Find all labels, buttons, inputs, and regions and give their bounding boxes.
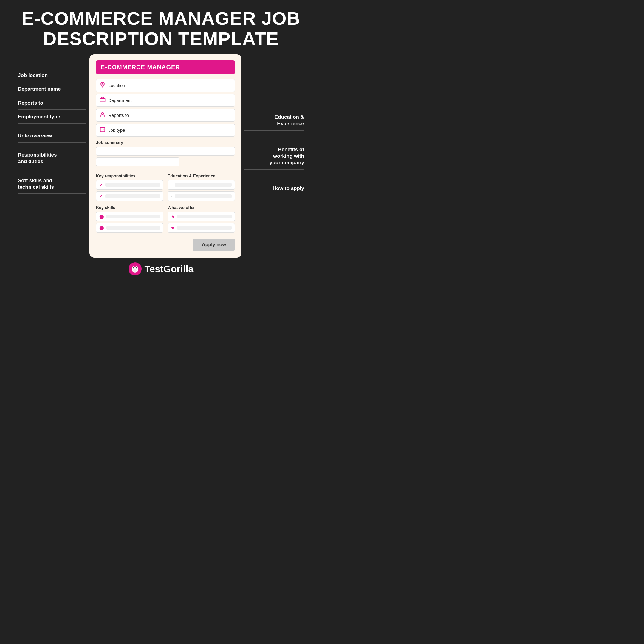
education-label: Education & Experience <box>168 174 235 178</box>
job-summary-label: Job summary <box>96 140 235 145</box>
star-icon-2: ★ <box>171 225 175 230</box>
info-row-department: Department <box>96 94 235 107</box>
gorilla-icon <box>129 262 142 275</box>
education-row-1: - <box>168 180 235 190</box>
form-card: E-COMMERCE MANAGER Location Department <box>89 54 241 258</box>
svg-point-18 <box>133 267 134 268</box>
dash-2: - <box>171 194 172 199</box>
svg-point-0 <box>102 83 103 85</box>
checkmark-icon-2: ✔ <box>99 194 103 199</box>
sidebar-item-skills: Soft skills andtechnical skills <box>18 174 86 194</box>
apply-now-button[interactable]: Apply now <box>193 239 235 251</box>
right-sidebar-item-education: Education &Experience <box>244 111 304 131</box>
footer: TestGorilla <box>0 258 322 275</box>
info-row-reports-to: Reports to <box>96 109 235 122</box>
right-label-how-to-apply: How to apply <box>273 185 304 191</box>
info-row-location: Location <box>96 79 235 92</box>
right-label-education: Education &Experience <box>275 114 304 126</box>
location-text: Location <box>108 83 125 88</box>
svg-point-2 <box>102 113 104 115</box>
two-col-section: Key responsibilities ✔ ✔ Key skills ⬤ ⬤ <box>96 170 235 234</box>
footer-brand-name: TestGorilla <box>145 264 194 275</box>
job-summary-bar-2 <box>96 157 179 166</box>
right-label-benefits: Benefits ofworking withyour company <box>270 147 304 165</box>
svg-point-19 <box>136 267 137 268</box>
right-sidebar-item-how-to-apply: How to apply <box>244 182 304 195</box>
svg-point-21 <box>134 270 134 270</box>
key-responsibilities-label: Key responsibilities <box>96 174 163 178</box>
department-text: Department <box>108 98 131 103</box>
sidebar-item-department: Department name <box>18 83 86 96</box>
right-sidebar-item-benefits: Benefits ofworking withyour company <box>244 143 304 170</box>
page-title-line2: DESCRIPTION TEMPLATE <box>12 29 310 49</box>
checkmark-icon-1: ✔ <box>99 182 103 187</box>
what-we-offer-label: What we offer <box>168 205 235 210</box>
star-icon-1: ★ <box>171 214 175 219</box>
sidebar-label-responsibilities: Responsibilitiesand duties <box>18 152 57 164</box>
svg-point-22 <box>135 270 136 270</box>
info-row-job-type: Job type <box>96 124 235 137</box>
location-icon <box>99 82 106 89</box>
sidebar-label-employment-type: Employment type <box>18 114 60 120</box>
main-layout: Job location Department name Reports to … <box>0 54 322 258</box>
bullet-icon-2: ⬤ <box>99 225 104 230</box>
sidebar-item-responsibilities: Responsibilitiesand duties <box>18 149 86 168</box>
svg-rect-1 <box>100 98 105 102</box>
calendar-icon <box>99 126 106 134</box>
key-skills-label: Key skills <box>96 205 163 210</box>
svg-point-16 <box>133 267 134 268</box>
sidebar-label-department: Department name <box>18 86 61 92</box>
form-header: E-COMMERCE MANAGER <box>96 60 235 74</box>
sidebar-label-job-location: Job location <box>18 72 48 78</box>
page-title-line1: E-COMMERCE MANAGER JOB <box>12 8 310 29</box>
bullet-icon-1: ⬤ <box>99 214 104 219</box>
skill-row-2: ⬤ <box>96 223 163 233</box>
offer-row-1: ★ <box>168 212 235 221</box>
responsibility-row-2: ✔ <box>96 191 163 201</box>
dash-1: - <box>171 182 172 187</box>
left-sidebar: Job location Department name Reports to … <box>18 54 86 195</box>
sidebar-item-reports-to: Reports to <box>18 97 86 110</box>
sidebar-item-employment-type: Employment type <box>18 111 86 124</box>
sidebar-label-role-overview: Role overview <box>18 133 52 139</box>
footer-logo: TestGorilla <box>129 262 194 275</box>
person-icon <box>99 112 106 119</box>
svg-point-17 <box>136 267 137 268</box>
title-area: E-COMMERCE MANAGER JOB DESCRIPTION TEMPL… <box>0 0 322 54</box>
svg-rect-3 <box>100 128 105 132</box>
job-summary-bar-1 <box>96 147 235 156</box>
form-title: E-COMMERCE MANAGER <box>101 64 180 70</box>
right-sidebar: Education &Experience Benefits ofworking… <box>244 54 304 196</box>
responsibility-row-1: ✔ <box>96 180 163 190</box>
sidebar-item-role-overview: Role overview <box>18 130 86 143</box>
sidebar-label-reports-to: Reports to <box>18 100 43 106</box>
skill-row-1: ⬤ <box>96 212 163 221</box>
reports-to-text: Reports to <box>108 113 129 118</box>
education-row-2: - <box>168 191 235 201</box>
education-col: Education & Experience - - What we offer… <box>168 170 235 234</box>
offer-row-2: ★ <box>168 223 235 233</box>
apply-button-row: Apply now <box>96 239 235 251</box>
key-responsibilities-col: Key responsibilities ✔ ✔ Key skills ⬤ ⬤ <box>96 170 163 234</box>
job-type-text: Job type <box>108 128 125 133</box>
sidebar-item-job-location: Job location <box>18 69 86 82</box>
sidebar-label-skills: Soft skills andtechnical skills <box>18 178 54 190</box>
briefcase-icon <box>99 97 106 104</box>
